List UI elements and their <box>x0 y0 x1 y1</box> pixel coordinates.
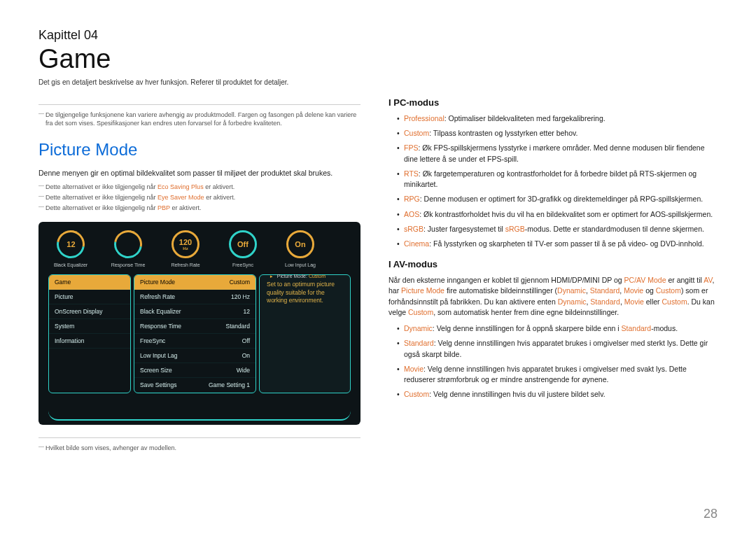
osd-nav-menu: GamePictureOnScreen DisplaySystemInforma… <box>48 274 131 393</box>
list-item: sRGB: Juster fargesystemet til sRGB-modu… <box>397 224 718 234</box>
osd-settings-item: Save SettingsGame Setting 1 <box>134 378 255 393</box>
osd-settings-item: Low Input LagOn <box>134 349 255 363</box>
osd-settings-menu: Picture ModeCustomRefresh Rate120 HzBlac… <box>134 274 256 393</box>
list-item: Standard: Velg denne innstillingen hvis … <box>397 338 718 359</box>
osd-gauge: 120HzRefresh Rate <box>163 230 208 267</box>
osd-nav-item: Game <box>49 275 130 290</box>
av-mode-heading: I AV-modus <box>388 259 718 269</box>
page-number: 28 <box>704 507 718 521</box>
pc-mode-list: Professional: Optimaliser bildekvalitete… <box>397 113 718 249</box>
footnote-pbp: Dette alternativet er ikke tilgjengelig … <box>38 204 360 212</box>
osd-nav-item: System <box>49 319 130 334</box>
section-heading: Picture Mode <box>38 140 360 160</box>
bottom-footnote: Hvilket bilde som vises, avhenger av mod… <box>38 444 360 452</box>
chapter-label: Kapittel 04 <box>38 28 718 43</box>
list-item: RPG: Denne modusen er optimert for 3D-gr… <box>397 194 718 204</box>
av-mode-list: Dynamic: Velg denne innstillingen for å … <box>397 323 718 400</box>
list-item: Movie: Velg denne innstillingen hvis app… <box>397 364 718 385</box>
osd-settings-item: Picture ModeCustom <box>134 275 255 290</box>
intro-text: Denne menyen gir en optimal bildekvalite… <box>38 168 360 178</box>
osd-nav-item: OnScreen Display <box>49 304 130 319</box>
osd-nav-item: Information <box>49 334 130 349</box>
footnote-eye: Dette alternativet er ikke tilgjengelig … <box>38 193 360 202</box>
osd-gauge: OnLow Input Lag <box>278 230 323 267</box>
osd-gauge: 12Black Equalizer <box>48 230 93 267</box>
list-item: RTS: Øk fargetemperaturen og kontrastfor… <box>397 169 718 190</box>
list-item: Professional: Optimaliser bildekvalitete… <box>397 113 718 124</box>
osd-settings-item: FreeSyncOff <box>134 334 255 349</box>
page-title: Game <box>38 44 718 74</box>
list-item: Dynamic: Velg denne innstillingen for å … <box>397 323 718 334</box>
list-item: Custom: Velg denne innstillingen hvis du… <box>397 389 718 400</box>
av-mode-paragraph: Når den eksterne inngangen er koblet til… <box>388 275 718 318</box>
pc-mode-heading: I PC-modus <box>388 97 718 108</box>
osd-picture-mode-indicator: Picture Mode: Custom <box>270 274 326 279</box>
osd-gauge: OffFreeSync <box>220 230 265 267</box>
osd-settings-item: Black Equalizer12 <box>134 304 255 319</box>
list-item: AOS: Øk kontrastforholdet hvis du vil ha… <box>397 209 718 220</box>
osd-gauge: Response Time <box>106 230 150 267</box>
osd-description-panel: Set to an optimum picture quality suitab… <box>259 274 351 393</box>
osd-settings-item: Refresh Rate120 Hz <box>134 290 255 304</box>
list-item: Custom: Tilpass kontrasten og lysstyrken… <box>397 128 718 139</box>
list-item: FPS: Øk FPS-spillskjermens lysstyrke i m… <box>397 143 718 164</box>
top-footnote: De tilgjengelige funksjonene kan variere… <box>38 111 360 127</box>
osd-settings-item: Response TimeStandard <box>134 319 255 334</box>
osd-screenshot: 12Black EqualizerResponse Time120HzRefre… <box>38 222 360 425</box>
list-item: Cinema: Få lysstyrken og skarpheten til … <box>397 239 718 249</box>
page-subtitle: Det gis en detaljert beskrivelse av hver… <box>38 78 718 86</box>
osd-nav-item: Picture <box>49 290 130 304</box>
footnote-eco: Dette alternativet er ikke tilgjengelig … <box>38 183 360 191</box>
osd-settings-item: Screen SizeWide <box>134 363 255 378</box>
